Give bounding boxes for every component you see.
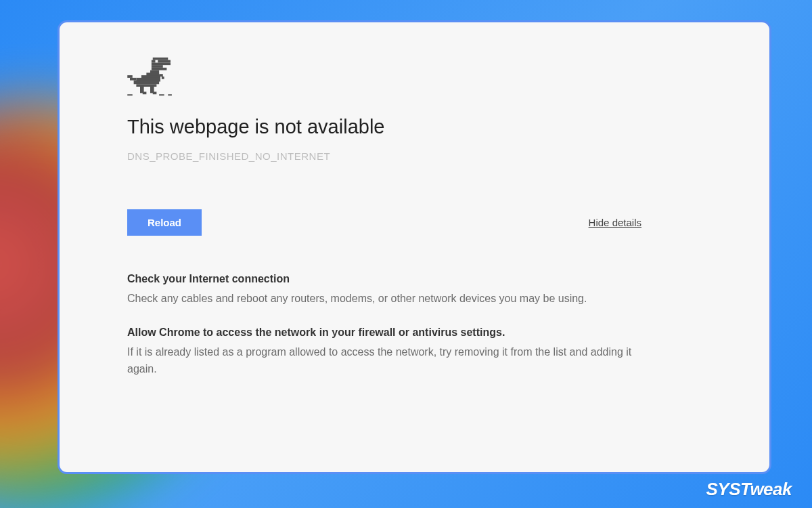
svg-rect-22 — [168, 94, 172, 96]
detail-body: If it is already listed as a program all… — [127, 344, 641, 378]
svg-rect-5 — [156, 60, 158, 63]
svg-rect-1 — [152, 60, 171, 63]
svg-rect-15 — [127, 75, 133, 78]
svg-rect-3 — [152, 65, 163, 68]
error-code: DNS_PROBE_FINISHED_NO_INTERNET — [127, 150, 702, 162]
dinosaur-icon — [127, 56, 173, 97]
svg-rect-21 — [159, 94, 164, 96]
detail-body: Check any cables and reboot any routers,… — [127, 291, 641, 308]
reload-button[interactable]: Reload — [127, 209, 202, 236]
hide-details-link[interactable]: Hide details — [589, 217, 641, 228]
svg-rect-13 — [162, 77, 164, 79]
svg-rect-10 — [134, 81, 160, 85]
svg-rect-11 — [136, 84, 156, 87]
watermark: SYSTweak — [706, 479, 792, 500]
svg-rect-0 — [153, 58, 168, 60]
details-section: Check your Internet connection Check any… — [127, 273, 641, 377]
error-panel: This webpage is not available DNS_PROBE_… — [58, 20, 771, 474]
svg-rect-4 — [152, 68, 167, 70]
svg-rect-17 — [143, 92, 147, 95]
svg-rect-2 — [152, 62, 171, 65]
detail-heading: Allow Chrome to access the network in yo… — [127, 326, 641, 339]
svg-rect-19 — [153, 92, 157, 95]
svg-rect-14 — [130, 78, 136, 81]
detail-heading: Check your Internet connection — [127, 273, 641, 285]
svg-rect-12 — [159, 74, 163, 77]
error-title: This webpage is not available — [127, 116, 702, 138]
action-row: Reload Hide details — [127, 209, 641, 236]
svg-rect-20 — [127, 94, 133, 96]
